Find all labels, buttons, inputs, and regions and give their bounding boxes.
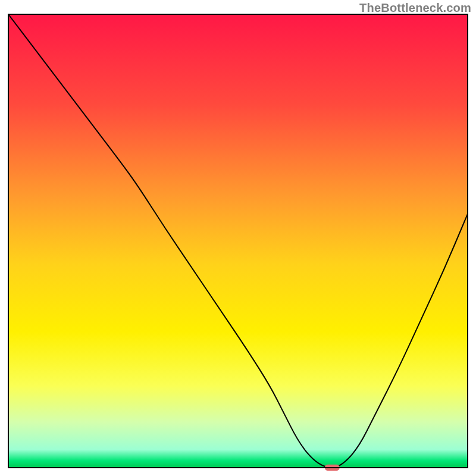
chart-svg	[0, 0, 476, 476]
plot-area	[8, 14, 468, 471]
gradient-background	[8, 14, 468, 468]
chart-stage: TheBottleneck.com	[0, 0, 476, 476]
